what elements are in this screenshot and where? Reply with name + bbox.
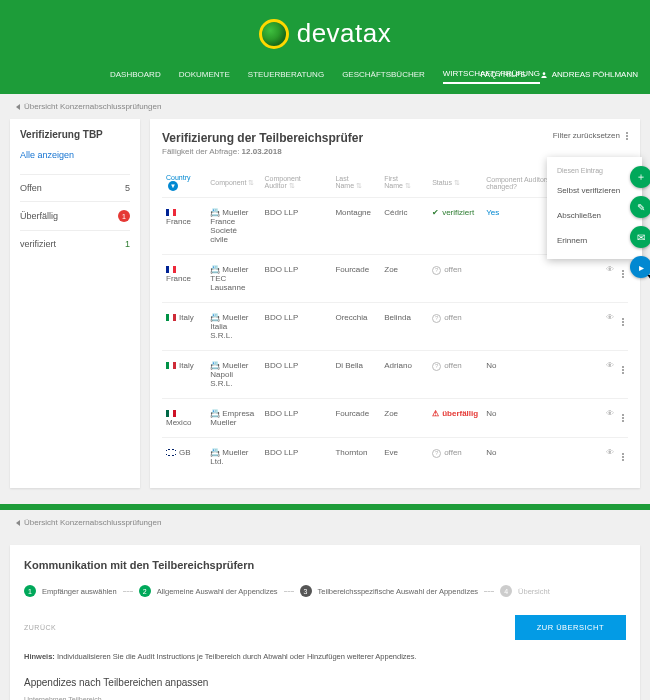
fab-add-user[interactable]: ＋ (630, 166, 650, 188)
filter-label: Überfällig (20, 211, 58, 221)
table-row[interactable]: Italy📇MuellerNapoliS.R.L.BDO LLPDi Bella… (162, 351, 628, 399)
col-status[interactable]: Status⇅ (428, 168, 482, 198)
cell-country: France (162, 198, 206, 255)
nav-user[interactable]: ANDREAS PÖHLMANN (540, 70, 638, 79)
cell-component: 📇MuellerLtd. (206, 438, 260, 477)
logo-icon (259, 19, 289, 49)
eye-icon: 👁 (606, 409, 614, 418)
step-1-label[interactable]: Empfänger auswählen (42, 587, 117, 596)
appendizes-heading: Appendizes nach Teilbereichen anpassen (24, 677, 626, 688)
more-icon[interactable] (626, 132, 628, 140)
cell-lastname: Fourcade (331, 255, 380, 303)
more-icon (622, 366, 624, 374)
filter-verifiziert[interactable]: verifiziert 1 (20, 230, 130, 257)
appendizes-sub: Unternehmen Teilbereich (24, 696, 626, 700)
cell-status: ?offen (428, 351, 482, 399)
communication-panel: Kommunikation mit den Teilbereichsprüfer… (10, 545, 640, 700)
cell-country: Mexico (162, 399, 206, 438)
cell-view[interactable]: 👁 (602, 303, 618, 351)
col-country[interactable]: Country▼ (162, 168, 206, 198)
cell-view[interactable]: 👁 (602, 399, 618, 438)
step-3-num: 3 (300, 585, 312, 597)
menu-erinnern[interactable]: Erinnern (547, 228, 642, 253)
cell-component: 📇MuellerItaliaS.R.L. (206, 303, 260, 351)
col-component[interactable]: Component⇅ (206, 168, 260, 198)
filter-count-badge: 1 (118, 210, 130, 222)
app-header: devatax DASHBOARD DOKUMENTE STEUERBERATU… (0, 0, 650, 94)
cell-lastname: Di Bella (331, 351, 380, 399)
table-row[interactable]: Italy📇MuellerItaliaS.R.L.BDO LLPOrecchia… (162, 303, 628, 351)
col-lastname[interactable]: Last Name⇅ (331, 168, 380, 198)
table-row[interactable]: France📇MuellerTECLausanneBDO LLPFourcade… (162, 255, 628, 303)
back-button[interactable]: ZURÜCK (24, 624, 56, 631)
flag-icon (166, 362, 176, 369)
cell-status: ?offen (428, 438, 482, 477)
cell-firstname: Zoe (380, 255, 428, 303)
cell-firstname: Adriano (380, 351, 428, 399)
cell-lastname: Montagne (331, 198, 380, 255)
col-firstname[interactable]: First Name⇅ (380, 168, 428, 198)
fab-mail[interactable]: ✉ (630, 226, 650, 248)
main-panel: Verifizierung der Teilbereichsprüfer Fäl… (150, 119, 640, 488)
sidebar: Verifizierung TBP Alle anzeigen Offen 5 … (10, 119, 140, 488)
cell-status: ?offen (428, 255, 482, 303)
step-4-num: 4 (500, 585, 512, 597)
main-nav: DASHBOARD DOKUMENTE STEUERBERATUNG GESCH… (0, 59, 650, 94)
filter-show-all[interactable]: Alle anzeigen (20, 150, 130, 160)
eye-icon: 👁 (606, 265, 614, 274)
step-3-label[interactable]: Teilbereichsspezifische Auswahl der Appe… (318, 587, 479, 596)
cell-firstname: Eve (380, 438, 428, 477)
filter-uberfallig[interactable]: Überfällig 1 (20, 201, 130, 230)
nav-dokumente[interactable]: DOKUMENTE (179, 66, 230, 83)
step-4-label[interactable]: Übersicht (518, 587, 550, 596)
cell-firstname: Zoe (380, 399, 428, 438)
cell-more[interactable] (618, 438, 628, 477)
cell-status: ✔verifiziert (428, 198, 482, 255)
cell-view[interactable]: 👁 (602, 438, 618, 477)
cell-changed: No (482, 351, 602, 399)
cell-more[interactable] (618, 351, 628, 399)
cell-more[interactable] (618, 399, 628, 438)
person-icon (540, 71, 548, 79)
filter-reset[interactable]: Filter zurücksetzen (553, 131, 628, 140)
menu-abschliessen[interactable]: Abschließen (547, 203, 642, 228)
nav-faq[interactable]: FAQ / HILFE (480, 70, 525, 79)
building-icon: 📇 (210, 208, 220, 217)
table-row[interactable]: GB📇MuellerLtd.BDO LLPThorntonEve?offenNo… (162, 438, 628, 477)
nav-steuerberatung[interactable]: STEUERBERATUNG (248, 66, 324, 83)
nav-dashboard[interactable]: DASHBOARD (110, 66, 161, 83)
building-icon: 📇 (210, 409, 220, 418)
cell-auditor: BDO LLP (261, 351, 332, 399)
cell-more[interactable] (618, 303, 628, 351)
fab-edit[interactable]: ✎ (630, 196, 650, 218)
fab-active[interactable]: ▸ (630, 256, 650, 278)
overview-button[interactable]: ZUR ÜBERSICHT (515, 615, 626, 640)
step-2-label[interactable]: Allgemeine Auswahl der Appendizes (157, 587, 278, 596)
menu-selbst-verifizieren[interactable]: Selbst verifizieren (547, 178, 642, 203)
arrow-left-icon (16, 104, 20, 110)
cell-country: GB (162, 438, 206, 477)
filter-offen[interactable]: Offen 5 (20, 174, 130, 201)
table-row[interactable]: Mexico📇EmpresaMuellerBDO LLPFourcadeZoe⚠… (162, 399, 628, 438)
cell-changed: No (482, 438, 602, 477)
panel-title: Verifizierung der Teilbereichsprüfer (162, 131, 363, 145)
cell-more[interactable] (618, 255, 628, 303)
more-icon (622, 318, 624, 326)
cell-country: France (162, 255, 206, 303)
cell-component: 📇MuellerTECLausanne (206, 255, 260, 303)
col-auditor[interactable]: Component Auditor⇅ (261, 168, 332, 198)
breadcrumb-2[interactable]: Übersicht Konzernabschlussprüfungen (0, 510, 650, 535)
cell-view[interactable]: 👁 (602, 351, 618, 399)
breadcrumb-text: Übersicht Konzernabschlussprüfungen (24, 102, 161, 111)
arrow-left-icon (16, 520, 20, 526)
cell-auditor: BDO LLP (261, 399, 332, 438)
fab-column: ＋ ✎ ✉ ▸ (630, 166, 650, 278)
eye-icon: 👁 (606, 448, 614, 457)
nav-geschaeftsbuecher[interactable]: GESCHÄFTSBÜCHER (342, 66, 425, 83)
breadcrumb[interactable]: Übersicht Konzernabschlussprüfungen (0, 94, 650, 119)
more-icon (622, 270, 624, 278)
context-menu-header: Diesen Eintrag (547, 163, 642, 178)
filter-label: Offen (20, 183, 42, 193)
cell-auditor: BDO LLP (261, 255, 332, 303)
cell-view[interactable]: 👁 (602, 255, 618, 303)
